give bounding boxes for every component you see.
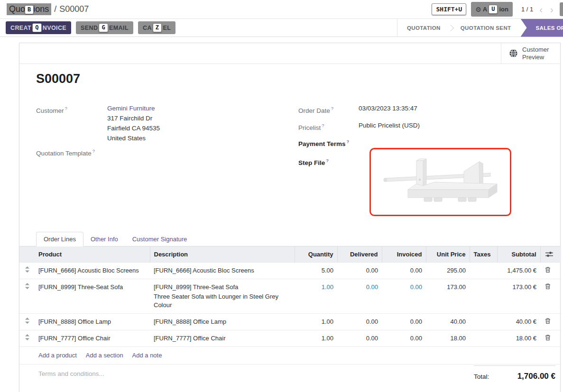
- cell-product[interactable]: [FURN_8888] Office Lamp: [35, 314, 150, 330]
- add-a-note-link[interactable]: Add a note: [132, 352, 162, 359]
- action-button-text-pre: A: [483, 6, 487, 13]
- customer-preview-label: Customer Preview: [522, 46, 553, 61]
- field-quotation-template: Quotation Template?: [36, 146, 273, 158]
- field-pricelist-value[interactable]: Public Pricelist (USD): [359, 120, 420, 133]
- cancel-button[interactable]: CAZEL: [138, 21, 175, 34]
- delete-line-button[interactable]: [540, 279, 561, 314]
- table-header-row: Product Description Quantity Delivered I…: [19, 246, 561, 263]
- cell-subtotal: 173.00 €: [497, 279, 540, 314]
- status-step-sales-order[interactable]: SALES ORDER: [521, 19, 563, 37]
- cell-description[interactable]: [FURN_8999] Three-Seat Sofa Three Seater…: [150, 279, 295, 314]
- column-header-taxes[interactable]: Taxes: [470, 246, 497, 263]
- address-line: 317 Fairchild Dr: [107, 113, 160, 123]
- cell-delivered[interactable]: 0.00: [337, 263, 382, 279]
- cell-description[interactable]: [FURN_6666] Acoustic Bloc Screens: [150, 263, 295, 279]
- cell-description[interactable]: [FURN_7777] Office Chair: [150, 330, 295, 347]
- customer-preview-button[interactable]: Customer Preview: [501, 43, 560, 64]
- column-header-description[interactable]: Description: [150, 246, 295, 263]
- address-line: Fairfield CA 94535: [107, 123, 160, 133]
- tab-other-info[interactable]: Other Info: [83, 232, 125, 246]
- cell-taxes[interactable]: [470, 330, 497, 347]
- delete-line-button[interactable]: [540, 314, 561, 330]
- drag-handle-icon[interactable]: [19, 330, 35, 347]
- cell-delivered[interactable]: 0.00: [337, 330, 382, 347]
- field-customer-value: Gemini Furniture 317 Fairchild Dr Fairfi…: [107, 103, 160, 143]
- order-line-row[interactable]: [FURN_7777] Office Chair [FURN_7777] Off…: [19, 330, 561, 347]
- cell-invoiced[interactable]: 0.00: [382, 330, 426, 347]
- delete-line-button[interactable]: [540, 263, 561, 279]
- cell-taxes[interactable]: [470, 263, 497, 279]
- drag-handle-icon[interactable]: [19, 314, 35, 330]
- cell-quantity[interactable]: 1.00: [295, 279, 337, 314]
- action-menu-button[interactable]: ⚙AUion: [471, 2, 513, 17]
- help-icon: ?: [347, 139, 350, 144]
- cell-quantity[interactable]: 1.00: [295, 314, 337, 330]
- step-file-3d-render: [378, 152, 503, 212]
- order-line-row[interactable]: [FURN_6666] Acoustic Bloc Screens [FURN_…: [19, 263, 561, 279]
- tab-customer-signature[interactable]: Customer Signature: [125, 232, 194, 246]
- create-invoice-button[interactable]: CREATQNVOICE: [6, 21, 71, 34]
- customer-link[interactable]: Gemini Furniture: [107, 103, 160, 113]
- accesskey-badge-action: U: [489, 5, 498, 14]
- tab-order-lines[interactable]: Order Lines: [36, 232, 83, 246]
- cell-unit-price[interactable]: 40.00: [426, 314, 470, 330]
- breadcrumb: QuoBions / S00007: [7, 3, 89, 15]
- cell-product[interactable]: [FURN_7777] Office Chair: [35, 330, 150, 347]
- cell-unit-price[interactable]: 173.00: [426, 279, 470, 314]
- status-step-quotation-sent[interactable]: QUOTATION SENT: [451, 19, 521, 37]
- notebook-tabs: Order Lines Other Info Customer Signatur…: [19, 231, 560, 246]
- cell-product[interactable]: [FURN_8999] Three-Seat Sofa: [35, 279, 150, 314]
- breadcrumb-quotations[interactable]: QuoBions: [7, 3, 51, 15]
- add-a-product-link[interactable]: Add a product: [38, 352, 77, 359]
- column-header-delivered[interactable]: Delivered: [337, 246, 382, 263]
- drag-handle-icon[interactable]: [19, 279, 35, 314]
- field-order-date-value[interactable]: 03/03/2023 13:35:47: [359, 103, 417, 116]
- cell-unit-price[interactable]: 18.00: [426, 330, 470, 347]
- column-header-quantity[interactable]: Quantity: [295, 246, 337, 263]
- cell-taxes[interactable]: [470, 279, 497, 314]
- field-pricelist-label: Pricelist?: [298, 120, 359, 133]
- drag-handle-icon[interactable]: [19, 263, 35, 279]
- create-invoice-text-post: NVOICE: [43, 25, 66, 31]
- field-payment-terms-label: Payment Terms?: [298, 137, 359, 149]
- help-icon: ?: [331, 106, 333, 111]
- cell-unit-price[interactable]: 295.00: [426, 263, 470, 279]
- field-step-file-label: Step File?: [298, 155, 359, 168]
- breadcrumb-current: S00007: [59, 4, 89, 14]
- send-email-button[interactable]: SENDGEMAIL: [76, 21, 133, 34]
- pager-next-icon[interactable]: ›: [549, 5, 555, 14]
- cell-invoiced[interactable]: 0.00: [382, 314, 426, 330]
- status-step-quotation[interactable]: QUOTATION: [397, 19, 450, 37]
- breadcrumb-quotations-text-post: ions: [33, 4, 49, 14]
- sales-order-screen: QuoBions / S00007 SHIFT+U ⚙AUion 1 / 1 ‹…: [0, 0, 563, 392]
- customer-address: 317 Fairchild Dr Fairfield CA 94535 Unit…: [107, 113, 160, 143]
- form-card: Customer Preview S00007 Customer? Gemini…: [19, 43, 561, 392]
- column-header-invoiced[interactable]: Invoiced: [382, 246, 426, 263]
- cell-delivered[interactable]: 0.00: [337, 279, 382, 314]
- step-file-preview[interactable]: [369, 148, 511, 216]
- order-line-row[interactable]: [FURN_8888] Office Lamp [FURN_8888] Offi…: [19, 314, 561, 330]
- cell-taxes[interactable]: [470, 314, 497, 330]
- total-amount: 1,706.00 €: [517, 372, 555, 381]
- cell-quantity[interactable]: 1.00: [295, 330, 337, 347]
- cell-quantity[interactable]: 5.00: [295, 263, 337, 279]
- terms-and-conditions-placeholder[interactable]: Terms and conditions...: [38, 370, 104, 377]
- create-button-clipped[interactable]: C: [560, 2, 563, 16]
- column-header-unit-price[interactable]: Unit Price: [426, 246, 470, 263]
- delete-line-button[interactable]: [540, 330, 561, 347]
- status-pipeline: QUOTATION QUOTATION SENT SALES ORDER: [397, 19, 563, 37]
- field-customer-label: Customer?: [36, 103, 107, 143]
- column-header-product[interactable]: Product: [35, 246, 150, 263]
- cell-invoiced[interactable]: 0.00: [382, 279, 426, 314]
- cell-delivered[interactable]: 0.00: [337, 314, 382, 330]
- cell-description[interactable]: [FURN_8888] Office Lamp: [150, 314, 295, 330]
- add-a-section-link[interactable]: Add a section: [86, 352, 123, 359]
- column-header-subtotal[interactable]: Subtotal: [497, 246, 540, 263]
- address-line: United States: [107, 133, 160, 143]
- optional-columns-header[interactable]: [540, 246, 561, 263]
- order-line-row[interactable]: [FURN_8999] Three-Seat Sofa [FURN_8999] …: [19, 279, 561, 314]
- trash-icon: [545, 318, 551, 324]
- cell-invoiced[interactable]: 0.00: [382, 263, 426, 279]
- cell-product[interactable]: [FURN_6666] Acoustic Bloc Screens: [35, 263, 150, 279]
- pager-previous-icon[interactable]: ‹: [538, 5, 544, 14]
